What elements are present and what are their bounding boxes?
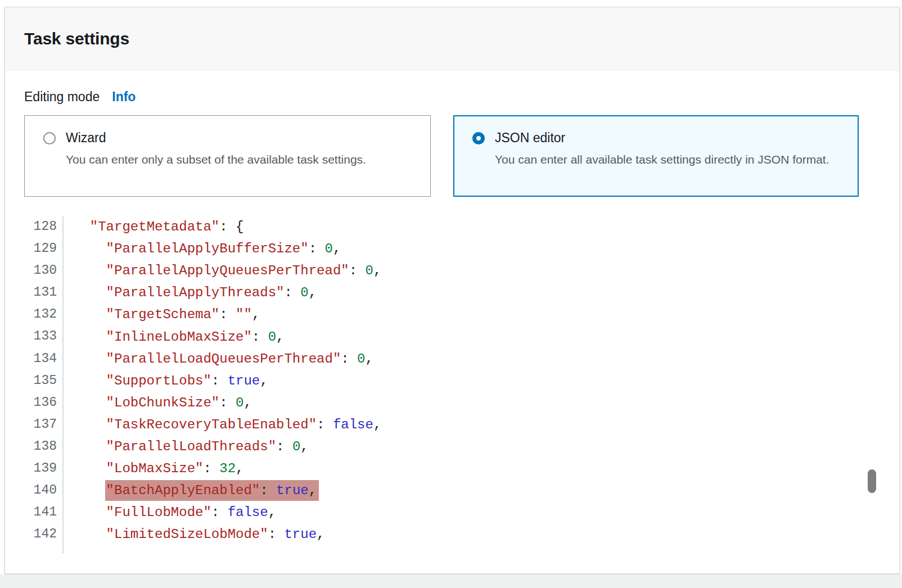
line-number: 138 xyxy=(24,436,57,458)
line-number: 136 xyxy=(24,392,57,414)
code-tokens: "LimitedSizeLobMode": true, xyxy=(106,527,325,542)
code-line-139[interactable]: "LobMaxSize": 32, xyxy=(74,458,880,480)
task-settings-panel: Task settings Editing mode Info Wizard Y… xyxy=(4,7,900,574)
code-line-129[interactable]: "ParallelApplyBufferSize": 0, xyxy=(74,238,880,260)
code-line-128[interactable]: "TargetMetadata": { xyxy=(74,216,880,238)
code-line-134[interactable]: "ParallelLoadQueuesPerThread": 0, xyxy=(74,348,880,370)
code-line-131[interactable]: "ParallelApplyThreads": 0, xyxy=(74,282,880,304)
code-tokens: "ParallelApplyThreads": 0, xyxy=(106,285,317,300)
wizard-option-description: You can enter only a subset of the avail… xyxy=(66,151,366,168)
line-number: 140 xyxy=(24,480,57,501)
code-tokens: "ParallelApplyQueuesPerThread": 0, xyxy=(106,263,382,278)
line-number: 128 xyxy=(24,216,57,238)
code-tokens: "TargetMetadata": { xyxy=(90,219,244,234)
json-editor-option-card[interactable]: JSON editor You can enter all available … xyxy=(453,115,859,197)
code-tokens: "LobChunkSize": 0, xyxy=(106,395,252,410)
code-line-136[interactable]: "LobChunkSize": 0, xyxy=(74,392,880,414)
code-line-135[interactable]: "SupportLobs": true, xyxy=(74,370,880,392)
panel-header: Task settings xyxy=(5,7,899,70)
code-line-130[interactable]: "ParallelApplyQueuesPerThread": 0, xyxy=(74,260,880,282)
code-line-138[interactable]: "ParallelLoadThreads": 0, xyxy=(74,436,880,458)
wizard-radio-icon[interactable] xyxy=(43,132,56,144)
code-line-140[interactable]: "BatchApplyEnabled": true, xyxy=(74,480,880,501)
json-editor-option-description: You can enter all available task setting… xyxy=(495,151,829,168)
panel-content: Editing mode Info Wizard You can enter o… xyxy=(5,70,899,554)
info-link[interactable]: Info xyxy=(112,89,136,105)
line-number: 131 xyxy=(24,282,57,304)
editor-line-number-gutter: 1281291301311321331341351361371381391401… xyxy=(24,216,57,554)
code-tokens: "FullLobMode": false, xyxy=(106,505,276,520)
line-number: 134 xyxy=(24,348,57,370)
editing-mode-row: Editing mode Info xyxy=(24,89,880,105)
wizard-option-title: Wizard xyxy=(66,130,366,146)
code-tokens: "InlineLobMaxSize": 0, xyxy=(106,329,285,345)
line-number: 137 xyxy=(24,414,57,436)
json-code-editor[interactable]: 1281291301311321331341351361371381391401… xyxy=(24,216,880,554)
code-line-132[interactable]: "TargetSchema": "", xyxy=(74,304,880,325)
code-tokens: "TargetSchema": "", xyxy=(106,307,260,322)
editing-mode-options: Wizard You can enter only a subset of th… xyxy=(24,115,880,197)
line-number: 133 xyxy=(24,325,57,347)
code-line-141[interactable]: "FullLobMode": false, xyxy=(74,501,880,523)
page-background-strip xyxy=(0,575,902,588)
code-line-142[interactable]: "LimitedSizeLobMode": true, xyxy=(74,523,880,545)
code-line-137[interactable]: "TaskRecoveryTableEnabled": false, xyxy=(74,414,880,436)
highlighted-code-segment: "BatchApplyEnabled": true, xyxy=(105,480,319,501)
code-tokens: "ParallelApplyBufferSize": 0, xyxy=(106,241,341,256)
code-tokens: "SupportLobs": true, xyxy=(106,373,268,388)
line-number: 130 xyxy=(24,260,57,282)
code-tokens: "ParallelLoadQueuesPerThread": 0, xyxy=(106,351,373,367)
editor-code-area[interactable]: "TargetMetadata": { "ParallelApplyBuffer… xyxy=(64,216,880,554)
code-line-133[interactable]: "InlineLobMaxSize": 0, xyxy=(74,325,880,347)
code-tokens: "ParallelLoadThreads": 0, xyxy=(106,439,309,454)
line-number: 142 xyxy=(24,523,57,545)
line-number: 132 xyxy=(24,304,57,325)
line-number: 139 xyxy=(24,458,57,480)
json-editor-radio-icon[interactable] xyxy=(472,132,485,144)
line-number: 141 xyxy=(24,501,57,523)
code-tokens: "LobMaxSize": 32, xyxy=(106,461,244,476)
json-editor-option-title: JSON editor xyxy=(495,130,829,146)
line-number: 129 xyxy=(24,238,57,260)
editing-mode-label: Editing mode xyxy=(24,89,100,105)
editor-scrollbar-thumb[interactable] xyxy=(868,469,876,493)
page-title: Task settings xyxy=(24,29,129,48)
code-tokens: "TaskRecoveryTableEnabled": false, xyxy=(106,417,382,432)
line-number: 135 xyxy=(24,370,57,392)
wizard-option-card[interactable]: Wizard You can enter only a subset of th… xyxy=(24,115,431,197)
